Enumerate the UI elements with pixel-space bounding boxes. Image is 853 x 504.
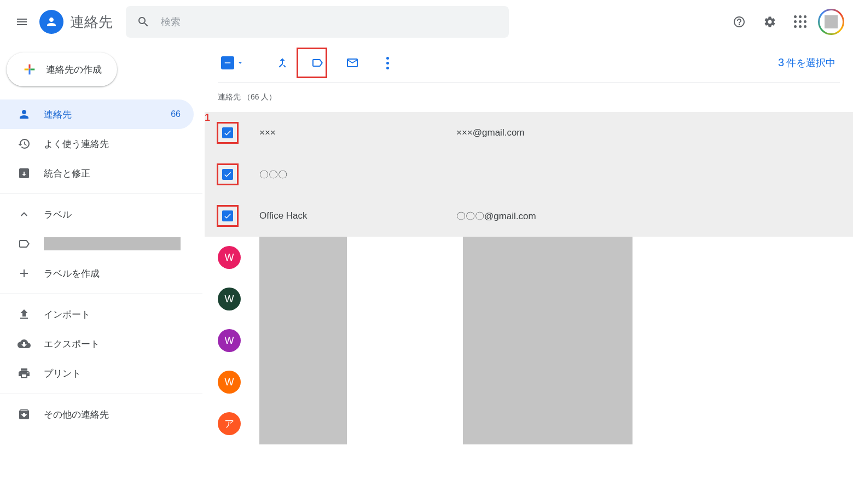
label-icon xyxy=(18,237,31,250)
nav-label: その他の連絡先 xyxy=(44,408,181,421)
nav-merge-fix[interactable]: 統合と修正 xyxy=(0,159,194,188)
nav-labels-header[interactable]: ラベル xyxy=(0,200,194,229)
contact-avatar: ア xyxy=(218,412,241,435)
label-redacted xyxy=(44,237,181,250)
email-icon xyxy=(346,56,359,69)
contact-avatar: W xyxy=(218,288,241,310)
help-button[interactable] xyxy=(726,9,752,35)
merge-icon xyxy=(18,167,31,180)
more-icon xyxy=(386,57,389,69)
apps-icon xyxy=(794,15,807,28)
contact-avatar: W xyxy=(218,371,241,394)
gear-icon xyxy=(763,15,776,28)
app-logo[interactable]: 連絡先 xyxy=(39,10,113,34)
selection-status: 3 件を選択中 xyxy=(778,56,835,69)
nav-label: インポート xyxy=(44,308,181,321)
contact-checkbox[interactable] xyxy=(222,210,233,221)
merge-icon xyxy=(276,56,289,69)
search-icon xyxy=(137,15,150,28)
contact-name: Office Hack xyxy=(259,210,456,221)
person-icon xyxy=(45,15,58,28)
nav-count: 66 xyxy=(171,109,181,119)
divider xyxy=(0,394,202,394)
contact-email: 〇〇〇@gmail.com xyxy=(456,210,536,222)
contact-avatar: W xyxy=(218,329,241,352)
contact-name: 〇〇〇 xyxy=(259,168,456,181)
nav-print[interactable]: プリント xyxy=(0,359,194,388)
create-contact-button[interactable]: 連絡先の作成 xyxy=(7,52,117,86)
nav-label: エクスポート xyxy=(44,338,181,350)
list-header: 連絡先 （66 人） xyxy=(205,83,853,112)
nav-label-item[interactable] xyxy=(0,229,194,259)
nav-contacts[interactable]: 連絡先 66 xyxy=(0,99,194,129)
toolbar: 3 件を選択中 2 xyxy=(205,44,853,82)
plus-icon xyxy=(18,267,31,280)
merge-button[interactable] xyxy=(269,50,295,76)
select-all-toggle[interactable] xyxy=(218,56,247,69)
label-button[interactable] xyxy=(304,50,330,76)
divider xyxy=(0,294,202,294)
indeterminate-checkbox xyxy=(221,56,234,69)
upload-icon xyxy=(18,308,31,321)
cloud-download-icon xyxy=(18,337,31,350)
dropdown-arrow-icon xyxy=(236,59,244,67)
search-box[interactable] xyxy=(126,6,509,38)
chevron-up-icon xyxy=(18,208,31,221)
nav-label: プリント xyxy=(44,367,181,380)
contact-row[interactable]: 〇〇〇 xyxy=(205,154,853,195)
logo-circle xyxy=(39,10,63,34)
menu-icon xyxy=(15,15,28,28)
apps-button[interactable] xyxy=(787,9,814,35)
menu-button[interactable] xyxy=(9,9,35,35)
nav-label: ラベル xyxy=(44,208,181,221)
create-contact-label: 連絡先の作成 xyxy=(46,63,102,76)
main-content: 3 件を選択中 2 連絡先 （66 人） ××× ×××@gmail.com 1 xyxy=(202,44,853,504)
contact-name: ××× xyxy=(259,127,456,138)
contact-row[interactable]: Office Hack 〇〇〇@gmail.com xyxy=(205,195,853,237)
contact-row[interactable]: ××× ×××@gmail.com 1 xyxy=(205,112,853,154)
history-icon xyxy=(18,137,31,150)
nav-other-contacts[interactable]: その他の連絡先 xyxy=(0,400,194,429)
contacts-list: ××× ×××@gmail.com 1 〇〇〇 Office Hack 〇〇〇@… xyxy=(205,112,853,444)
avatar-image xyxy=(825,15,838,28)
plus-icon xyxy=(22,62,37,77)
search-input[interactable] xyxy=(161,16,498,28)
settings-button[interactable] xyxy=(757,9,783,35)
nav-label: 連絡先 xyxy=(44,108,171,121)
person-icon xyxy=(18,108,31,121)
more-button[interactable] xyxy=(374,50,401,76)
label-icon xyxy=(311,56,324,69)
help-icon xyxy=(733,15,746,28)
redacted-emails xyxy=(463,237,633,444)
email-button[interactable] xyxy=(339,50,365,76)
annotation-2: 2 xyxy=(288,44,293,46)
archive-icon xyxy=(18,408,31,421)
print-icon xyxy=(18,367,31,380)
contact-checkbox[interactable] xyxy=(222,169,233,180)
redacted-names xyxy=(259,237,347,444)
nav-label: 統合と修正 xyxy=(44,167,181,180)
contact-checkbox[interactable] xyxy=(222,127,233,138)
sidebar: 連絡先の作成 連絡先 66 よく使う連絡先 統合と修正 ラベル ラベル xyxy=(0,44,202,504)
account-avatar[interactable] xyxy=(818,9,844,35)
nav-frequent[interactable]: よく使う連絡先 xyxy=(0,129,194,159)
nav-create-label[interactable]: ラベルを作成 xyxy=(0,259,194,288)
contact-avatar: W xyxy=(218,246,241,269)
contact-email: ×××@gmail.com xyxy=(456,127,525,138)
divider xyxy=(0,194,202,194)
nav-label: ラベルを作成 xyxy=(44,267,181,280)
annotation-1: 1 xyxy=(205,112,210,124)
nav-import[interactable]: インポート xyxy=(0,300,194,329)
nav-export[interactable]: エクスポート xyxy=(0,329,194,359)
app-title: 連絡先 xyxy=(70,13,113,32)
nav-label: よく使う連絡先 xyxy=(44,138,181,150)
